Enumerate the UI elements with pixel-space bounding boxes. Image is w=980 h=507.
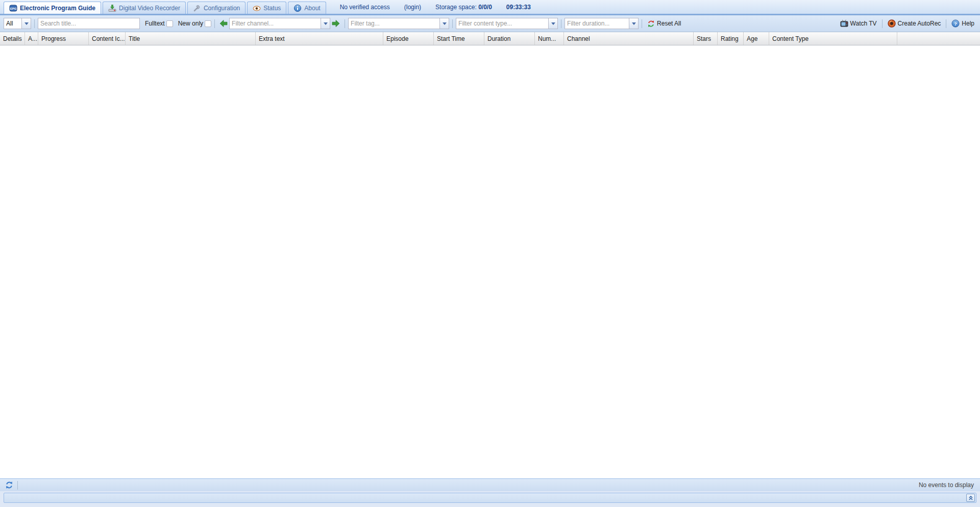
tab-configuration[interactable]: Configuration: [187, 2, 246, 14]
dvr-icon: [108, 4, 116, 12]
toolbar-separator: [882, 19, 883, 28]
toolbar-separator: [17, 481, 18, 490]
reset-all-button[interactable]: Reset All: [645, 20, 683, 28]
column-header-rating[interactable]: Rating: [718, 32, 744, 45]
refresh-button[interactable]: [4, 480, 14, 490]
column-header-number[interactable]: Num...: [535, 32, 564, 45]
column-header-start-time[interactable]: Start Time: [434, 32, 484, 45]
grid-header-row: Details A... Progress Content Ic... Titl…: [0, 32, 980, 45]
svg-text:?: ?: [954, 21, 957, 27]
filter-tag-combo[interactable]: [348, 18, 449, 29]
tab-label: Status: [263, 5, 281, 12]
info-icon: [293, 4, 302, 12]
toolbar-separator: [561, 19, 561, 28]
prev-channel-button[interactable]: [219, 19, 228, 28]
collapsed-detail-panel[interactable]: [4, 493, 976, 503]
toolbar-separator: [214, 19, 215, 28]
toolbar-right-group: Watch TV Create AutoRec ? Help: [838, 19, 976, 28]
column-header-content-icon[interactable]: Content Ic...: [89, 32, 126, 45]
filter-duration-combo[interactable]: [565, 18, 639, 29]
arrow-left-icon: [219, 19, 228, 28]
empty-message: No events to display: [919, 481, 976, 489]
new-only-checkbox[interactable]: [205, 20, 211, 27]
filter-tag-input[interactable]: [349, 18, 439, 29]
tab-label: About: [304, 5, 320, 12]
expand-panel-button[interactable]: [966, 494, 975, 502]
clock: 09:33:33: [506, 4, 531, 11]
toolbar-separator: [34, 19, 35, 28]
chevron-down-icon[interactable]: [548, 18, 557, 29]
autorec-icon: [888, 19, 896, 28]
arrow-right-icon: [332, 19, 340, 28]
chevron-down-icon[interactable]: [439, 18, 449, 29]
tab-strip: EPG Electronic Program Guide Digital Vid…: [4, 0, 328, 14]
epg-range-select[interactable]: All: [4, 18, 31, 29]
help-label: Help: [962, 20, 974, 27]
refresh-icon: [5, 481, 13, 489]
wrench-icon: [193, 4, 201, 12]
column-header-details[interactable]: Details: [0, 32, 25, 45]
svg-text:EPG: EPG: [10, 7, 17, 10]
column-header-airs[interactable]: A...: [25, 32, 38, 45]
epg-range-value: All: [4, 18, 21, 29]
chevron-down-icon[interactable]: [21, 18, 31, 29]
search-title-input[interactable]: [38, 18, 139, 29]
filter-channel-input[interactable]: [230, 18, 321, 29]
column-header-stars[interactable]: Stars: [694, 32, 718, 45]
search-title-field[interactable]: [38, 18, 140, 29]
column-header-duration[interactable]: Duration: [484, 32, 535, 45]
tab-electronic-program-guide[interactable]: EPG Electronic Program Guide: [4, 2, 101, 14]
toolbar-separator: [452, 19, 453, 28]
filter-content-type-input[interactable]: [456, 18, 548, 29]
tab-status[interactable]: Status: [247, 2, 286, 14]
column-header-channel[interactable]: Channel: [564, 32, 694, 45]
login-link[interactable]: (login): [404, 4, 421, 11]
fulltext-label: Fulltext: [145, 20, 165, 27]
storage-value: 0/0/0: [478, 4, 492, 11]
reset-icon: [647, 20, 655, 28]
column-header-content-type[interactable]: Content Type: [769, 32, 897, 45]
help-icon: ?: [951, 19, 960, 28]
tab-label: Electronic Program Guide: [20, 5, 95, 12]
toolbar-separator: [946, 19, 946, 28]
chevron-double-up-icon: [968, 495, 974, 501]
column-header-progress[interactable]: Progress: [38, 32, 89, 45]
storage-label: Storage space:: [435, 4, 477, 11]
next-channel-button[interactable]: [331, 19, 340, 28]
toolbar-separator: [345, 19, 345, 28]
column-header-age[interactable]: Age: [744, 32, 769, 45]
filter-duration-input[interactable]: [565, 18, 629, 29]
south-region: [0, 491, 980, 507]
create-autorec-button[interactable]: Create AutoRec: [886, 19, 943, 28]
column-header-episode[interactable]: Episode: [383, 32, 434, 45]
eye-icon: [253, 4, 261, 12]
tab-label: Digital Video Recorder: [119, 5, 180, 12]
fulltext-checkbox[interactable]: [166, 20, 173, 27]
create-autorec-label: Create AutoRec: [898, 20, 941, 27]
storage-space: Storage space: 0/0/0: [435, 4, 492, 11]
filter-toolbar: All Fulltext New only: [0, 15, 980, 32]
help-button[interactable]: ? Help: [949, 19, 976, 28]
tab-about[interactable]: About: [288, 2, 326, 14]
paging-statusbar: No events to display: [0, 478, 980, 491]
column-header-extra-text[interactable]: Extra text: [256, 32, 383, 45]
new-only-label: New only: [178, 20, 203, 27]
epg-icon: EPG: [9, 4, 17, 12]
chevron-down-icon[interactable]: [629, 18, 638, 29]
tv-icon: [840, 19, 848, 28]
tab-digital-video-recorder[interactable]: Digital Video Recorder: [103, 2, 186, 14]
tab-label: Configuration: [204, 5, 240, 12]
header-status: No verified access (login) Storage space…: [340, 0, 545, 14]
chevron-down-icon[interactable]: [321, 18, 330, 29]
column-header-title[interactable]: Title: [126, 32, 256, 45]
tab-bar: EPG Electronic Program Guide Digital Vid…: [0, 0, 980, 15]
toolbar-separator: [642, 19, 642, 28]
filter-channel-combo[interactable]: [229, 18, 330, 29]
watch-tv-button[interactable]: Watch TV: [838, 19, 879, 28]
column-header-filler: [897, 32, 980, 45]
access-status: No verified access: [340, 4, 390, 11]
reset-all-label: Reset All: [657, 20, 681, 27]
filter-content-type-combo[interactable]: [456, 18, 558, 29]
epg-grid-body[interactable]: [0, 45, 980, 478]
watch-tv-label: Watch TV: [850, 20, 877, 27]
